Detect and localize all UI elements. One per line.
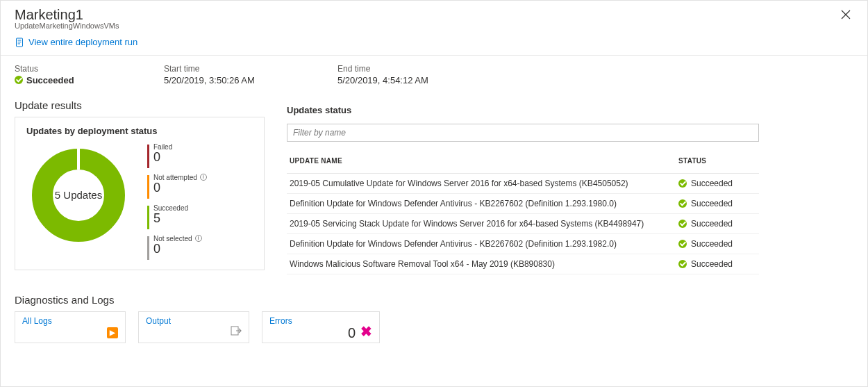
- legend-succeeded-value: 5: [153, 212, 188, 226]
- update-name: 2019-05 Servicing Stack Update for Windo…: [287, 213, 676, 233]
- blade-root: Marketing1 UpdateMarketingWindowsVMs Vie…: [0, 0, 868, 387]
- blade-title-block: Marketing1 UpdateMarketingWindowsVMs: [15, 6, 119, 30]
- legend-failed-bar: [147, 145, 149, 168]
- update-status: Succeeded: [691, 199, 733, 208]
- updates-table: UPDATE NAME STATUS 2019-05 Cumulative Up…: [287, 150, 759, 274]
- blade-header: Marketing1 UpdateMarketingWindowsVMs: [1, 1, 867, 33]
- donut-row: 5 Updates Failed 0: [26, 143, 253, 260]
- info-icon[interactable]: i: [195, 235, 202, 242]
- table-row[interactable]: 2019-05 Servicing Stack Update for Windo…: [287, 213, 759, 233]
- left-column: Update results Updates by deployment sta…: [15, 90, 265, 274]
- legend-succeeded: Succeeded 5: [147, 204, 207, 229]
- status-card: Updates by deployment status 5 Updates: [15, 117, 265, 270]
- success-icon: [678, 220, 687, 228]
- legend-notattempted-value: 0: [153, 181, 207, 195]
- output-card[interactable]: Output: [138, 311, 249, 343]
- legend-failed-label: Failed: [153, 143, 172, 151]
- errors-card[interactable]: Errors 0 ✖: [262, 311, 380, 343]
- diagnostics-heading: Diagnostics and Logs: [15, 294, 853, 306]
- update-name: 2019-05 Cumulative Update for Windows Se…: [287, 173, 676, 193]
- all-logs-label: All Logs: [22, 316, 52, 326]
- logs-icon: ▶: [107, 327, 118, 338]
- legend-succeeded-label: Succeeded: [153, 204, 188, 212]
- view-deployment-run-link[interactable]: View entire deployment run: [15, 37, 137, 47]
- legend-failed: Failed 0: [147, 143, 207, 168]
- success-icon: [678, 179, 687, 188]
- legend-notselected-bar: [147, 236, 149, 260]
- col-update-name[interactable]: UPDATE NAME: [287, 150, 676, 174]
- legend-notattempted-bar: [147, 175, 149, 199]
- legend-notattempted-label: Not attempted: [153, 174, 197, 181]
- legend-notselected-value: 0: [153, 242, 202, 256]
- status-value: Succeeded: [26, 75, 74, 85]
- start-value: 5/20/2019, 3:50:26 AM: [164, 75, 337, 85]
- updates-status-heading: Updates status: [287, 105, 759, 115]
- legend-notselected-label: Not selected: [153, 235, 192, 242]
- donut-chart: 5 Updates: [26, 143, 131, 247]
- update-status: Succeeded: [691, 259, 733, 269]
- right-column: Updates status UPDATE NAME STATUS 2019-0…: [287, 90, 759, 274]
- errors-label: Errors: [269, 316, 292, 326]
- success-icon: [15, 76, 23, 84]
- summary-end: End time 5/20/2019, 4:54:12 AM: [337, 64, 546, 85]
- legend: Failed 0 Not attemptedi 0: [147, 143, 207, 260]
- legend-notattempted: Not attemptedi 0: [147, 174, 207, 199]
- update-name: Definition Update for Windows Defender A…: [287, 233, 676, 254]
- table-row[interactable]: Windows Malicious Software Removal Tool …: [287, 254, 759, 274]
- summary-status: Status Succeeded: [15, 64, 164, 85]
- success-icon: [678, 240, 687, 248]
- end-label: End time: [337, 64, 546, 74]
- close-button[interactable]: [835, 6, 856, 24]
- update-results-heading: Update results: [15, 99, 265, 111]
- success-icon: [678, 260, 687, 268]
- close-icon: [841, 10, 851, 19]
- legend-failed-value: 0: [153, 151, 172, 165]
- update-name: Windows Malicious Software Removal Tool …: [287, 254, 676, 274]
- all-logs-card[interactable]: All Logs ▶: [15, 311, 126, 343]
- status-label: Status: [15, 64, 164, 74]
- legend-notselected: Not selectedi 0: [147, 235, 207, 260]
- end-value: 5/20/2019, 4:54:12 AM: [337, 75, 546, 85]
- page-title: Marketing1: [15, 6, 119, 23]
- table-row[interactable]: 2019-05 Cumulative Update for Windows Se…: [287, 173, 759, 193]
- col-status[interactable]: STATUS: [676, 150, 759, 174]
- summary-start: Start time 5/20/2019, 3:50:26 AM: [164, 64, 337, 85]
- view-run-label: View entire deployment run: [28, 37, 137, 47]
- page-subtitle: UpdateMarketingWindowsVMs: [15, 22, 119, 30]
- start-label: Start time: [164, 64, 337, 74]
- table-row[interactable]: Definition Update for Windows Defender A…: [287, 233, 759, 254]
- error-count: 0: [348, 325, 356, 341]
- card-title: Updates by deployment status: [26, 126, 253, 136]
- update-status: Succeeded: [691, 179, 733, 188]
- toolbar: View entire deployment run: [1, 33, 867, 56]
- output-icon: [231, 325, 242, 338]
- donut-center-label: 5 Updates: [26, 143, 131, 247]
- content: Update results Updates by deployment sta…: [1, 90, 867, 274]
- document-icon: [15, 38, 24, 47]
- success-icon: [678, 199, 687, 208]
- filter-input[interactable]: [287, 124, 759, 142]
- summary-row: Status Succeeded Start time 5/20/2019, 3…: [1, 56, 867, 90]
- legend-succeeded-bar: [147, 206, 149, 229]
- table-row[interactable]: Definition Update for Windows Defender A…: [287, 193, 759, 213]
- error-x-icon: ✖: [360, 323, 372, 340]
- update-status: Succeeded: [691, 219, 733, 229]
- table-header-row: UPDATE NAME STATUS: [287, 150, 759, 174]
- info-icon[interactable]: i: [200, 174, 207, 181]
- output-label: Output: [146, 316, 171, 326]
- update-status: Succeeded: [691, 239, 733, 249]
- diagnostics-row: All Logs ▶ Output Errors 0 ✖: [1, 311, 867, 343]
- update-name: Definition Update for Windows Defender A…: [287, 193, 676, 213]
